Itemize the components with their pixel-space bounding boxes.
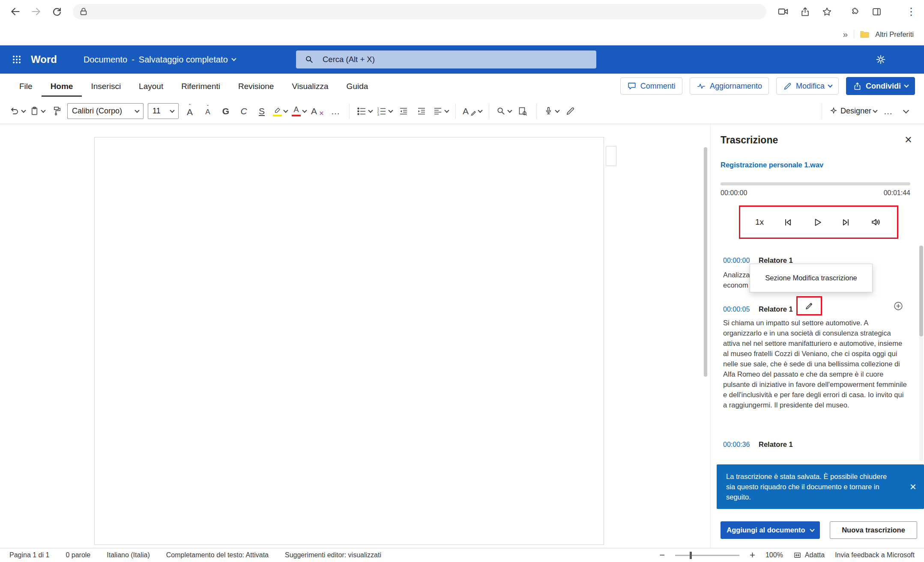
- tab-file[interactable]: File: [10, 75, 42, 97]
- tab-visualizza[interactable]: Visualizza: [283, 75, 337, 97]
- playback-speed-button[interactable]: 1x: [755, 217, 764, 227]
- grow-font-button[interactable]: ˆA: [183, 102, 197, 120]
- find-button[interactable]: [496, 102, 511, 120]
- audio-file-link[interactable]: Registrazione personale 1.wav: [721, 161, 823, 169]
- fit-button[interactable]: Adatta: [793, 551, 825, 559]
- bookmarks-folder-label[interactable]: Altri Preferiti: [875, 30, 914, 39]
- numbering-button[interactable]: 123: [377, 102, 392, 120]
- document-page[interactable]: [94, 137, 604, 545]
- text-completion-status[interactable]: Completamento del testo: Attivata: [166, 551, 269, 559]
- shrink-font-button[interactable]: ˇA: [201, 102, 215, 120]
- doc-name: Documento: [84, 55, 127, 65]
- panel-close-icon[interactable]: ×: [905, 134, 912, 146]
- address-bar[interactable]: [73, 4, 766, 19]
- tab-inserisci[interactable]: Inserisci: [82, 75, 130, 97]
- alignment-button[interactable]: [433, 102, 449, 120]
- split-window-icon[interactable]: [871, 6, 882, 17]
- tab-home[interactable]: Home: [42, 75, 82, 97]
- zoom-out-button[interactable]: −: [659, 550, 665, 560]
- document-scrollbar[interactable]: [704, 147, 707, 377]
- styles-button[interactable]: A: [463, 102, 482, 120]
- tab-riferimenti[interactable]: Riferimenti: [172, 75, 229, 97]
- font-size-select[interactable]: 11: [148, 103, 179, 119]
- immersive-reader-icon[interactable]: [516, 102, 529, 120]
- edit-pencil-icon[interactable]: [804, 301, 814, 311]
- doc-title-chevron-icon[interactable]: [231, 56, 236, 61]
- camera-icon[interactable]: [777, 6, 789, 17]
- add-to-document-chevron-icon: [810, 527, 814, 532]
- extension-puzzle-icon[interactable]: [849, 6, 860, 17]
- feedback-link[interactable]: Invia feedback a Microsoft: [835, 551, 915, 559]
- panel-scrollbar-thumb[interactable]: [919, 246, 923, 336]
- share-button[interactable]: Condividi: [846, 77, 915, 95]
- bookmarks-overflow-icon[interactable]: »: [843, 29, 848, 39]
- gear-icon[interactable]: [875, 54, 886, 65]
- skip-forward-button[interactable]: [840, 217, 852, 228]
- new-transcription-button[interactable]: Nuova trascrizione: [830, 521, 917, 539]
- updates-button[interactable]: Aggiornamento: [690, 77, 769, 95]
- app-launcher-icon[interactable]: [9, 52, 24, 67]
- dictate-button[interactable]: [544, 102, 559, 120]
- format-painter-icon[interactable]: [49, 102, 63, 120]
- font-color-button[interactable]: A: [292, 102, 306, 120]
- sparkle-icon: [829, 107, 838, 116]
- entry-time[interactable]: 00:00:36: [723, 441, 750, 449]
- skip-back-button[interactable]: [782, 217, 793, 228]
- zoom-slider[interactable]: [675, 555, 739, 556]
- zoom-slider-thumb[interactable]: [690, 552, 692, 559]
- comment-anchor-box[interactable]: [606, 146, 616, 166]
- forward-icon[interactable]: [28, 4, 44, 19]
- add-section-icon[interactable]: [893, 300, 904, 312]
- back-icon[interactable]: [8, 4, 23, 19]
- language-selector[interactable]: Italiano (Italia): [107, 551, 150, 559]
- zoom-in-button[interactable]: +: [750, 550, 755, 560]
- more-commands-icon[interactable]: …: [881, 102, 895, 120]
- zoom-level[interactable]: 100%: [766, 551, 783, 559]
- share-icon[interactable]: [800, 6, 810, 17]
- save-notification: La trascrizione è stata salvata. È possi…: [717, 464, 924, 509]
- highlighter-button[interactable]: [273, 102, 287, 120]
- tab-guida[interactable]: Guida: [338, 75, 377, 97]
- tab-revisione[interactable]: Revisione: [229, 75, 283, 97]
- add-to-document-button[interactable]: Aggiungi al documento: [721, 521, 820, 539]
- reload-icon[interactable]: [49, 4, 64, 19]
- notification-close-icon[interactable]: ×: [910, 481, 916, 492]
- underline-button[interactable]: S: [255, 102, 269, 120]
- page-info[interactable]: Pagina 1 di 1: [9, 551, 49, 559]
- word-count[interactable]: 0 parole: [66, 551, 90, 559]
- bookmarks-bar: » Altri Preferiti: [0, 23, 924, 45]
- browser-menu-icon[interactable]: ⋮: [906, 6, 916, 17]
- doc-title[interactable]: Documento - Salvataggio completato: [84, 55, 236, 65]
- designer-button[interactable]: Designer: [829, 102, 877, 120]
- bullets-button[interactable]: [356, 102, 372, 120]
- toolbar-divider: [489, 104, 489, 119]
- italic-button[interactable]: C: [237, 102, 251, 120]
- undo-button[interactable]: [9, 102, 25, 120]
- clear-formatting-button[interactable]: A: [311, 102, 324, 120]
- toolbar-divider: [536, 104, 537, 119]
- star-icon[interactable]: [822, 6, 832, 17]
- entry-time[interactable]: 00:00:05: [723, 306, 750, 313]
- font-name-select[interactable]: Calibri (Corpo): [67, 103, 144, 119]
- status-bar: Pagina 1 di 1 0 parole Italiano (Italia)…: [0, 548, 924, 562]
- bold-button[interactable]: G: [219, 102, 233, 120]
- editor-button[interactable]: [563, 102, 577, 120]
- volume-button[interactable]: [870, 216, 882, 228]
- comment-bubble-icon: [627, 81, 637, 91]
- toolbar-divider: [349, 104, 350, 119]
- more-font-options-icon[interactable]: …: [329, 102, 342, 120]
- editor-suggestions-status[interactable]: Suggerimenti editor: visualizzati: [285, 551, 381, 559]
- entry-time[interactable]: 00:00:00: [723, 257, 750, 265]
- search-input[interactable]: Cerca (Alt + X): [296, 51, 596, 68]
- annotation-playback-controls: 1x: [739, 205, 898, 239]
- paste-button[interactable]: [30, 102, 45, 120]
- app-name[interactable]: Word: [31, 54, 57, 65]
- ribbon-collapse-icon[interactable]: [899, 102, 913, 120]
- tab-layout[interactable]: Layout: [130, 75, 172, 97]
- audio-progress-bar[interactable]: [721, 182, 910, 185]
- increase-indent-button[interactable]: [415, 102, 428, 120]
- comments-button[interactable]: Commenti: [620, 77, 682, 95]
- decrease-indent-button[interactable]: [397, 102, 410, 120]
- play-button[interactable]: [811, 217, 823, 228]
- edit-mode-button[interactable]: Modifica: [776, 77, 839, 95]
